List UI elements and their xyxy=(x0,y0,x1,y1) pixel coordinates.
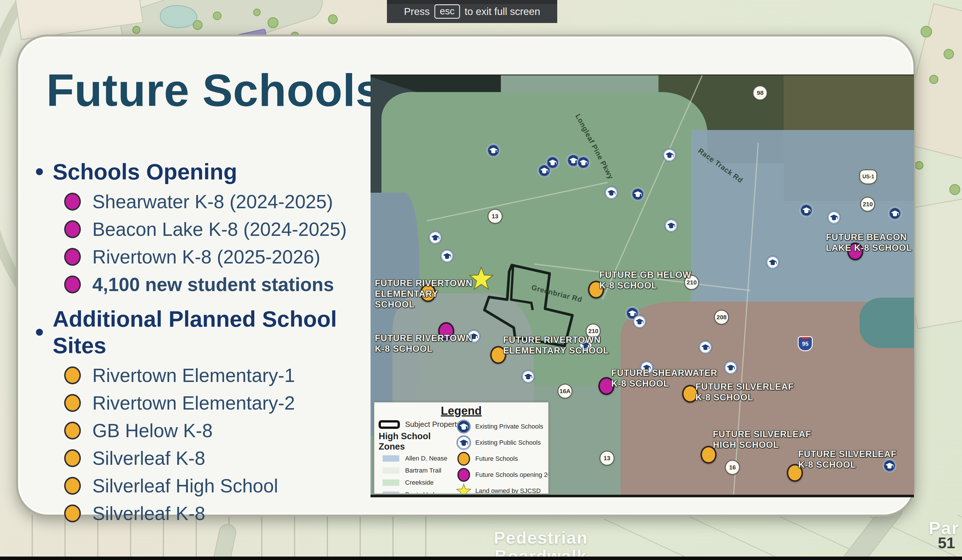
legend-zone-row: Bartram Trail xyxy=(379,465,456,476)
star-legend-icon xyxy=(456,484,471,494)
tree-icon xyxy=(213,11,221,20)
existing-private-school-icon xyxy=(888,207,902,220)
future-school-label: FUTURE RIVERTOWNELEMENTARY SCHOOL xyxy=(503,334,609,356)
list-item-text: Silverleaf K-8 xyxy=(92,449,205,468)
zone-color-swatch xyxy=(383,467,399,474)
zones-heading: High School Zones xyxy=(379,431,456,452)
existing-public-school-icon xyxy=(699,340,712,354)
zone-color-swatch xyxy=(383,492,399,494)
legend-symbol-label: Existing Public Schools xyxy=(475,439,541,446)
pond xyxy=(160,5,197,28)
legend-symbol-label: Land owned by SJCSD xyxy=(475,487,541,494)
future-school-label: FUTURE RIVERTOWNK-8 SCHOOL xyxy=(375,333,472,354)
list-item-text: Silverleaf High School xyxy=(92,476,278,495)
legend-zone-row: Ponte Vedra xyxy=(379,489,456,494)
legend-symbol-label: Future Schools xyxy=(475,455,518,463)
list-item-text: 4,100 new student stations xyxy=(92,275,334,294)
list-item-text: Rivertown Elementary-2 xyxy=(92,394,295,412)
legend-zone-label: Allen D. Nease xyxy=(405,455,447,462)
route-shield: 208 xyxy=(714,310,729,325)
magenta-bullet-icon xyxy=(64,220,81,238)
map-legend: Legend Subject Property High School Zone… xyxy=(374,402,548,494)
existing-private-school-icon xyxy=(799,203,813,217)
subject-property-symbol xyxy=(379,420,400,429)
banner-suffix: to exit full screen xyxy=(465,6,540,17)
tree-icon xyxy=(268,17,278,28)
route-shield: 13 xyxy=(487,209,503,224)
list-item-text: Beacon Lake K-8 (2024-2025) xyxy=(92,220,347,239)
orange-dot-icon xyxy=(457,452,470,466)
page-number: 51 xyxy=(938,534,955,552)
list-item: Shearwater K-8 (2024-2025) xyxy=(64,188,371,215)
route-shield: 210 xyxy=(860,197,875,212)
tree-icon xyxy=(929,75,938,84)
zone-color-swatch xyxy=(383,479,399,486)
magenta-legend-icon xyxy=(456,467,471,483)
future-school-label: FUTURE GB HELOWK-8 SCHOOL xyxy=(599,270,691,291)
legend-symbol-row: Existing Public Schools xyxy=(456,434,544,451)
slide-card: Future Schools Schools OpeningShearwater… xyxy=(16,34,915,516)
future-school-label: FUTURE RIVERTOWNELEMENTARYSCHOOL xyxy=(375,278,472,310)
existing-public-school-icon xyxy=(827,211,841,224)
magenta-dot-icon xyxy=(457,468,470,482)
existing-private-school-icon xyxy=(546,156,560,169)
list-item: 4,100 new student stations xyxy=(64,271,371,298)
background-parcel-lines xyxy=(604,515,962,560)
future-school-label: FUTURE SILVERLEAFHIGH SCHOOL xyxy=(713,429,811,450)
tree-icon xyxy=(132,26,140,34)
section-heading-text: Schools Opening xyxy=(53,158,237,185)
existing-private-school-icon xyxy=(576,156,590,169)
fullscreen-banner: Press esc to exit full screen xyxy=(387,0,557,23)
list-item: Silverleaf K-8 xyxy=(64,444,371,472)
list-item: GB Helow K-8 xyxy=(64,417,371,444)
existing-public-school-icon xyxy=(428,231,442,244)
existing-public-school-icon xyxy=(664,219,678,232)
list-item: Rivertown Elementary-2 xyxy=(64,389,371,417)
boardwalk-line1: Pedestrian xyxy=(472,529,610,547)
orange-legend-icon xyxy=(456,451,471,466)
legend-zone-label: Creekside xyxy=(405,479,434,486)
existing-public-school-icon xyxy=(633,315,646,328)
future-school-label: FUTURE SILVERLEAFK-8 SCHOOL xyxy=(696,381,794,403)
route-shield: 98 xyxy=(752,86,768,100)
existing-public-school-icon xyxy=(604,186,618,200)
existing-private-school-icon xyxy=(486,144,500,157)
legend-symbol-row: Future Schools opening 2024-2025 xyxy=(456,467,544,483)
sjcsd-land-star-icon xyxy=(469,266,494,290)
banner-prefix: Press xyxy=(404,6,429,17)
public-legend-icon xyxy=(456,435,471,450)
legend-zone-row: Creekside xyxy=(379,476,456,489)
existing-private-school-icon xyxy=(631,187,645,201)
gold-bullet-icon xyxy=(64,505,81,522)
tree-icon xyxy=(253,9,261,16)
section-heading-text: Additional Planned School Sites xyxy=(53,306,371,359)
list-item: Silverleaf K-8 xyxy=(64,500,371,527)
tree-icon xyxy=(193,20,203,30)
legend-zone-label: Ponte Vedra xyxy=(405,491,440,494)
tree-icon xyxy=(915,161,923,170)
tree-icon xyxy=(328,15,338,24)
legend-symbols-column: Existing Private Schools Existing Public… xyxy=(456,418,544,494)
magenta-bullet-icon xyxy=(64,276,81,294)
list-item: Rivertown Elementary-1 xyxy=(64,361,371,389)
tree-icon xyxy=(944,49,954,59)
route-shield: US-1 xyxy=(859,169,877,184)
future-school-label: FUTURE SILVERLEAFK-8 SCHOOL xyxy=(798,449,897,470)
legend-symbol-row: Future Schools xyxy=(456,451,544,467)
list-item-text: GB Helow K-8 xyxy=(92,421,213,440)
legend-title: Legend xyxy=(379,404,544,417)
magenta-bullet-icon xyxy=(64,193,81,211)
slide-title: Future Schools xyxy=(46,64,381,116)
legend-zone-row: Allen D. Nease xyxy=(379,452,456,465)
legend-zones-column: Subject Property High School Zones Allen… xyxy=(379,418,456,494)
existing-public-school-icon xyxy=(724,361,738,374)
route-shield: 13 xyxy=(599,451,615,466)
gold-bullet-icon xyxy=(64,366,81,384)
route-shield: 95 xyxy=(798,336,813,351)
section-heading: Schools Opening xyxy=(26,158,371,185)
tree-icon xyxy=(949,184,960,195)
list-item: Rivertown K-8 (2025-2026) xyxy=(64,243,371,271)
subject-property-label: Subject Property xyxy=(405,420,460,429)
bottom-black-bar xyxy=(0,557,962,560)
existing-public-school-icon xyxy=(766,255,780,269)
